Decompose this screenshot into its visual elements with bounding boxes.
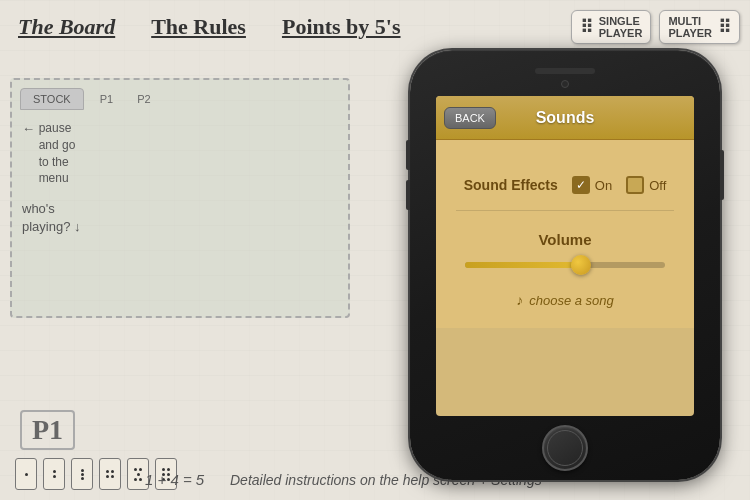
multi-player-badge[interactable]: MULTIPLAYER ⠿: [659, 10, 740, 44]
screen-header: BACK Sounds: [436, 96, 694, 140]
domino-1: [15, 458, 37, 490]
off-checkbox[interactable]: [626, 176, 644, 194]
p1-board-label: P1: [20, 410, 75, 450]
nav-rules[interactable]: The Rules: [143, 10, 254, 44]
sound-effects-row: Sound Effects On Off: [456, 176, 674, 211]
iphone-volume-down-button: [406, 180, 410, 210]
iphone-mockup: BACK Sounds Sound Effects On Off Volume: [410, 50, 720, 480]
screen-title: Sounds: [536, 109, 595, 127]
p2-tab: P2: [129, 93, 158, 105]
single-player-label: SINGLEPLAYER: [599, 15, 643, 39]
volume-slider-track[interactable]: [465, 262, 665, 268]
volume-section: Volume: [456, 231, 674, 268]
volume-label: Volume: [456, 231, 674, 248]
iphone-volume-up-button: [406, 140, 410, 170]
iphone-screen: BACK Sounds Sound Effects On Off Volume: [436, 96, 694, 416]
on-option[interactable]: On: [572, 176, 612, 194]
domino-right-icon: ⠿: [718, 16, 731, 38]
on-label: On: [595, 178, 612, 193]
iphone-speaker: [535, 68, 595, 74]
nav-points[interactable]: Points by 5's: [274, 10, 409, 44]
song-label: choose a song: [529, 293, 614, 308]
iphone-camera: [561, 80, 569, 88]
on-checkbox[interactable]: [572, 176, 590, 194]
music-icon: ♪: [516, 292, 523, 308]
song-section: ♪ choose a song: [456, 292, 674, 308]
pause-annotation: ← pause and go to the menu: [22, 120, 75, 187]
domino-left-icon: ⠿: [580, 16, 593, 38]
choose-song-button[interactable]: ♪ choose a song: [456, 292, 674, 308]
multi-player-label: MULTIPLAYER: [668, 15, 712, 39]
volume-slider-fill: [465, 262, 575, 268]
sound-effects-label: Sound Effects: [464, 177, 558, 193]
off-option[interactable]: Off: [626, 176, 666, 194]
math-annotation: 1 + 4 = 5: [145, 471, 204, 488]
domino-4: [99, 458, 121, 490]
iphone-bottom: [542, 416, 588, 480]
screen-body: Sound Effects On Off Volume: [436, 140, 694, 328]
volume-slider-thumb[interactable]: [571, 255, 591, 275]
game-board: STOCK P1 P2: [10, 78, 350, 318]
p1-tab: P1: [92, 93, 121, 105]
nav-board[interactable]: The Board: [10, 10, 123, 44]
domino-2: [43, 458, 65, 490]
iphone-power-button: [720, 150, 724, 200]
home-button[interactable]: [542, 425, 588, 471]
home-button-inner: [547, 430, 583, 466]
board-top-bar: STOCK P1 P2: [12, 80, 348, 118]
stock-tab: STOCK: [20, 88, 84, 110]
domino-3: [71, 458, 93, 490]
off-label: Off: [649, 178, 666, 193]
back-button[interactable]: BACK: [444, 107, 496, 129]
single-player-badge[interactable]: ⠿ SINGLEPLAYER: [571, 10, 652, 44]
who-annotation: who's playing? ↓: [22, 200, 81, 236]
player-badges: ⠿ SINGLEPLAYER MULTIPLAYER ⠿: [571, 10, 740, 44]
